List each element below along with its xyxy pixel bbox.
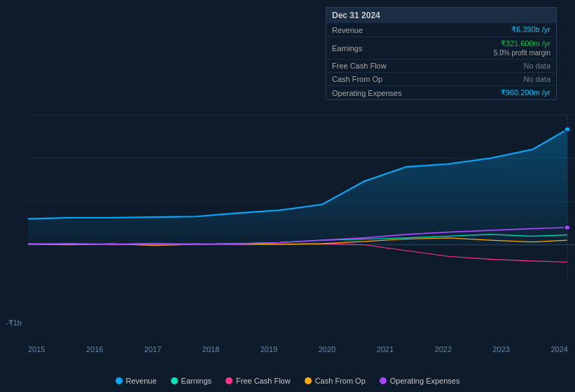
tooltip-label-earnings: Earnings	[332, 44, 409, 52]
tooltip-label-fcf: Free Cash Flow	[332, 62, 409, 70]
chart-legend: Revenue Earnings Free Cash Flow Cash Fro…	[0, 377, 575, 385]
tooltip-row-earnings: Earnings ₹321.600m /yr 5.0% profit margi…	[326, 37, 556, 59]
tooltip-label-revenue: Revenue	[332, 26, 409, 34]
legend-dot-opex	[380, 377, 387, 384]
tooltip-row-cashfromop: Cash From Op No data	[326, 73, 556, 86]
tooltip-value-cashfromop: No data	[523, 75, 550, 83]
svg-point-7	[564, 127, 570, 132]
x-label-2017: 2017	[144, 345, 161, 354]
tooltip-value-revenue: ₹6.390b /yr	[511, 25, 550, 34]
tooltip-panel: Dec 31 2024 Revenue ₹6.390b /yr Earnings…	[326, 7, 557, 100]
legend-item-opex[interactable]: Operating Expenses	[380, 377, 460, 385]
x-label-2016: 2016	[86, 345, 103, 354]
chart-svg	[0, 112, 575, 343]
tooltip-value-earnings: ₹321.600m /yr	[494, 39, 550, 48]
tooltip-row-revenue: Revenue ₹6.390b /yr	[326, 23, 556, 37]
x-label-2024: 2024	[550, 345, 567, 354]
x-label-2015: 2015	[28, 345, 45, 354]
legend-dot-earnings	[171, 377, 178, 384]
tooltip-label-cashfromop: Cash From Op	[332, 75, 409, 83]
legend-label-fcf: Free Cash Flow	[236, 377, 291, 385]
legend-label-revenue: Revenue	[126, 377, 157, 385]
x-axis-labels: 2015 2016 2017 2018 2019 2020 2021 2022 …	[28, 345, 568, 354]
tooltip-label-opex: Operating Expenses	[332, 89, 409, 97]
tooltip-title: Dec 31 2024	[326, 8, 556, 23]
legend-item-cashfromop[interactable]: Cash From Op	[305, 377, 366, 385]
x-label-2020: 2020	[319, 345, 335, 354]
tooltip-value-opex: ₹960.200m /yr	[501, 88, 550, 97]
legend-item-fcf[interactable]: Free Cash Flow	[226, 377, 291, 385]
legend-label-earnings: Earnings	[181, 377, 212, 385]
tooltip-value-fcf: No data	[523, 62, 550, 70]
tooltip-row-fcf: Free Cash Flow No data	[326, 59, 556, 73]
x-label-2019: 2019	[261, 345, 277, 354]
svg-point-8	[564, 225, 570, 230]
legend-dot-fcf	[226, 377, 233, 384]
x-label-2018: 2018	[202, 345, 219, 354]
legend-dot-revenue	[116, 377, 123, 384]
legend-dot-cashfromop	[305, 377, 312, 384]
legend-label-opex: Operating Expenses	[390, 377, 460, 385]
legend-item-revenue[interactable]: Revenue	[116, 377, 157, 385]
legend-label-cashfromop: Cash From Op	[315, 377, 366, 385]
tooltip-row-opex: Operating Expenses ₹960.200m /yr	[326, 86, 556, 99]
tooltip-profit-margin: 5.0% profit margin	[494, 49, 550, 57]
x-label-2023: 2023	[493, 345, 510, 354]
legend-item-earnings[interactable]: Earnings	[171, 377, 212, 385]
x-label-2021: 2021	[377, 345, 394, 354]
x-label-2022: 2022	[435, 345, 452, 354]
